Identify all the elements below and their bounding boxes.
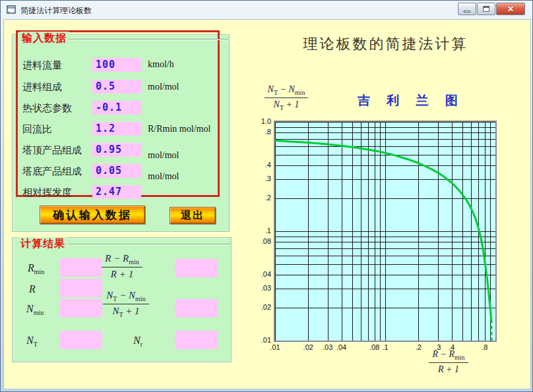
y-tick-label: .8 bbox=[253, 128, 271, 136]
group-divider bbox=[69, 39, 228, 40]
result-field[interactable] bbox=[175, 331, 218, 349]
input-field[interactable]: 0.05 bbox=[92, 164, 141, 178]
x-tick-label: .01 bbox=[266, 343, 284, 351]
input-label: 进料流量 bbox=[22, 59, 62, 72]
y-tick-label: .3 bbox=[253, 175, 271, 182]
y-tick-label: 1.0 bbox=[253, 117, 271, 125]
input-field[interactable]: 1.2 bbox=[92, 122, 141, 136]
y-tick-label: .4 bbox=[253, 161, 271, 169]
close-icon: ✕ bbox=[507, 5, 514, 14]
app-window: 简捷法计算理论板数 ✕ 输入数据 进料流量100kmol/h进料组成0.5mol… bbox=[0, 0, 533, 392]
result-label: R bbox=[29, 283, 36, 295]
result-label: Rmin bbox=[28, 262, 44, 275]
result-formula: NT − NminNT + 1 bbox=[94, 290, 158, 318]
x-tick-label: .1 bbox=[376, 343, 394, 351]
exit-button[interactable]: 退出 bbox=[170, 207, 216, 224]
result-group-title: 计算结果 bbox=[18, 237, 67, 251]
input-field[interactable]: 100 bbox=[92, 58, 141, 72]
window-controls: ✕ bbox=[458, 3, 525, 15]
gilliland-curve bbox=[275, 140, 491, 320]
input-unit: mol/mol bbox=[148, 82, 179, 92]
close-button[interactable]: ✕ bbox=[496, 3, 525, 15]
chart-plot bbox=[274, 121, 497, 342]
input-label: 相对挥发度 bbox=[22, 186, 72, 199]
minimize-button[interactable] bbox=[458, 3, 476, 15]
gilliland-label: 吉 利 兰 图 bbox=[358, 92, 464, 109]
input-field[interactable]: -0.1 bbox=[92, 101, 141, 115]
result-field[interactable] bbox=[175, 299, 218, 318]
group-divider bbox=[69, 244, 230, 245]
result-label: Nmin bbox=[26, 303, 44, 316]
x-tick-label: .02 bbox=[299, 343, 317, 351]
input-label: 塔底产品组成 bbox=[22, 165, 82, 178]
input-field[interactable]: 0.5 bbox=[92, 80, 141, 94]
result-label: Nr bbox=[133, 335, 142, 348]
input-label: 回流比 bbox=[22, 123, 52, 136]
input-unit: kmol/h bbox=[148, 59, 174, 70]
input-unit: R/Rmin mol/mol bbox=[148, 124, 210, 134]
gilliland-chart bbox=[275, 122, 495, 341]
y-tick-label: .03 bbox=[253, 284, 271, 292]
maximize-button[interactable] bbox=[477, 3, 495, 15]
y-tick-label: .1 bbox=[253, 227, 271, 235]
result-formula: R − RminR + 1 bbox=[90, 253, 154, 280]
titlebar[interactable]: 简捷法计算理论板数 ✕ bbox=[1, 1, 532, 19]
result-field[interactable] bbox=[59, 331, 102, 349]
chart-x-axis-formula: R − RminR + 1 bbox=[422, 349, 476, 375]
y-tick-label: .04 bbox=[253, 270, 271, 278]
input-unit: mol/mol bbox=[148, 171, 179, 182]
x-tick-label: .8 bbox=[476, 343, 494, 351]
result-label: NT bbox=[26, 335, 38, 348]
y-tick-label: .02 bbox=[253, 303, 271, 311]
x-tick-label: .04 bbox=[332, 343, 351, 351]
confirm-input-button[interactable]: 确认输入数据 bbox=[40, 206, 145, 224]
form-icon bbox=[7, 5, 16, 14]
maximize-icon bbox=[483, 6, 489, 12]
window-title: 简捷法计算理论板数 bbox=[20, 5, 92, 16]
chart-y-axis-formula: NT − NminNT + 1 bbox=[260, 84, 313, 111]
input-label: 进料组成 bbox=[22, 81, 62, 94]
chart-headline: 理论板数的简捷法计算 bbox=[272, 34, 499, 54]
client-area: 输入数据 进料流量100kmol/h进料组成0.5mol/mol热状态参数-0.… bbox=[3, 19, 531, 389]
y-tick-label: .2 bbox=[253, 194, 271, 202]
y-tick-label: .08 bbox=[253, 237, 271, 245]
input-label: 塔顶产品组成 bbox=[22, 144, 82, 157]
input-field[interactable]: 0.95 bbox=[92, 143, 141, 157]
input-unit: mol/mol bbox=[148, 150, 179, 161]
result-field[interactable] bbox=[175, 259, 218, 277]
input-field[interactable]: 2.47 bbox=[92, 185, 141, 199]
minimize-icon bbox=[464, 11, 470, 13]
input-group-title: 输入数据 bbox=[20, 32, 69, 45]
input-label: 热状态参数 bbox=[22, 102, 72, 115]
